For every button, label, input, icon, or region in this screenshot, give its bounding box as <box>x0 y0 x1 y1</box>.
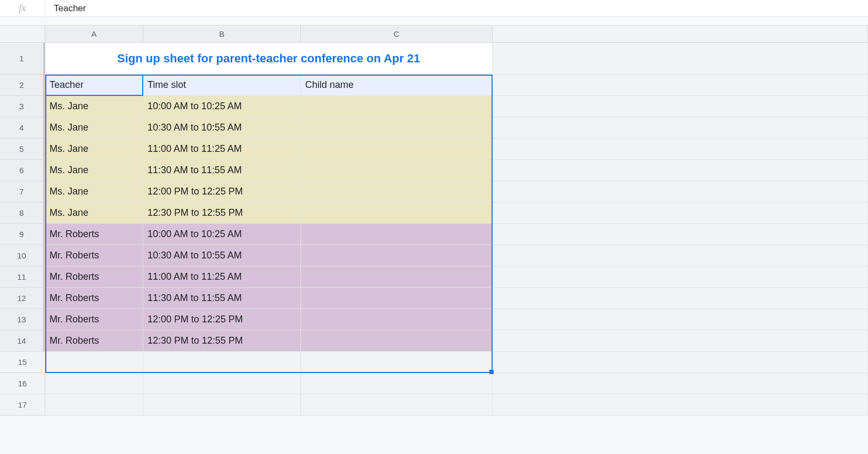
cell-b15[interactable] <box>143 352 301 373</box>
row-header-5[interactable]: 5 <box>0 139 45 160</box>
filler-13 <box>493 309 868 330</box>
filler-11 <box>493 266 868 288</box>
cell-child-10[interactable] <box>301 245 493 266</box>
cell-teacher-5[interactable]: Ms. Jane <box>45 139 143 160</box>
cell-teacher-4[interactable]: Ms. Jane <box>45 117 143 139</box>
row-header-4[interactable]: 4 <box>0 117 45 139</box>
row-header-12[interactable]: 12 <box>0 288 45 309</box>
row-header-14[interactable]: 14 <box>0 330 45 352</box>
cell-teacher-13[interactable]: Mr. Roberts <box>45 309 143 330</box>
cell-timeslot-11[interactable]: 11:00 AM to 11:25 AM <box>143 266 301 288</box>
filler-9 <box>493 224 868 245</box>
cell-child-3[interactable] <box>301 96 493 117</box>
cell-child-6[interactable] <box>301 160 493 181</box>
column-header-a[interactable]: A <box>45 26 143 43</box>
header-time-slot[interactable]: Time slot <box>143 75 301 96</box>
toolbar-spacer <box>0 17 868 26</box>
cell-child-5[interactable] <box>301 139 493 160</box>
cell-teacher-7[interactable]: Ms. Jane <box>45 181 143 202</box>
column-header-c[interactable]: C <box>301 26 493 43</box>
row-header-7[interactable]: 7 <box>0 181 45 202</box>
row-header-3[interactable]: 3 <box>0 96 45 117</box>
cell-timeslot-9[interactable]: 10:00 AM to 10:25 AM <box>143 224 301 245</box>
cell-teacher-8[interactable]: Ms. Jane <box>45 202 143 224</box>
cell-timeslot-7[interactable]: 12:00 PM to 12:25 PM <box>143 181 301 202</box>
filler-16 <box>493 373 868 394</box>
column-header-b[interactable]: B <box>143 26 301 43</box>
cell-child-9[interactable] <box>301 224 493 245</box>
row-headers: 1234567891011121314151617 <box>0 43 45 416</box>
filler-5 <box>493 139 868 160</box>
cell-c15[interactable] <box>301 352 493 373</box>
cell-child-11[interactable] <box>301 266 493 288</box>
cell-timeslot-10[interactable]: 10:30 AM to 10:55 AM <box>143 245 301 266</box>
cell-c16[interactable] <box>301 373 493 394</box>
filler-15 <box>493 352 868 373</box>
cell-timeslot-12[interactable]: 11:30 AM to 11:55 AM <box>143 288 301 309</box>
cell-timeslot-4[interactable]: 10:30 AM to 10:55 AM <box>143 117 301 139</box>
header-teacher[interactable]: Teacher <box>45 75 143 96</box>
filler-4 <box>493 117 868 139</box>
select-all-corner[interactable] <box>0 26 45 43</box>
cell-timeslot-14[interactable]: 12:30 PM to 12:55 PM <box>143 330 301 352</box>
row-header-15[interactable]: 15 <box>0 352 45 373</box>
cell-timeslot-5[interactable]: 11:00 AM to 11:25 AM <box>143 139 301 160</box>
cell-child-14[interactable] <box>301 330 493 352</box>
row-header-6[interactable]: 6 <box>0 160 45 181</box>
cell-timeslot-13[interactable]: 12:00 PM to 12:25 PM <box>143 309 301 330</box>
filler-2 <box>493 75 868 96</box>
filler-1 <box>493 43 868 75</box>
cell-teacher-3[interactable]: Ms. Jane <box>45 96 143 117</box>
cell-a17[interactable] <box>45 394 143 416</box>
row-header-17[interactable]: 17 <box>0 394 45 416</box>
cell-a16[interactable] <box>45 373 143 394</box>
filler-8 <box>493 202 868 224</box>
cell-teacher-10[interactable]: Mr. Roberts <box>45 245 143 266</box>
header-child-name[interactable]: Child name <box>301 75 493 96</box>
row-header-2[interactable]: 2 <box>0 75 45 96</box>
row-header-9[interactable]: 9 <box>0 224 45 245</box>
cell-timeslot-6[interactable]: 11:30 AM to 11:55 AM <box>143 160 301 181</box>
content-area: Sign up sheet for parent-teacher confere… <box>45 43 868 416</box>
cell-child-13[interactable] <box>301 309 493 330</box>
row-header-8[interactable]: 8 <box>0 202 45 224</box>
column-header-rest <box>493 26 868 43</box>
filler-7 <box>493 181 868 202</box>
filler-3 <box>493 96 868 117</box>
cell-child-4[interactable] <box>301 117 493 139</box>
fx-icon[interactable]: fx <box>0 0 45 17</box>
cell-child-12[interactable] <box>301 288 493 309</box>
cell-teacher-12[interactable]: Mr. Roberts <box>45 288 143 309</box>
cell-timeslot-8[interactable]: 12:30 PM to 12:55 PM <box>143 202 301 224</box>
row-header-16[interactable]: 16 <box>0 373 45 394</box>
filler-12 <box>493 288 868 309</box>
cell-timeslot-3[interactable]: 10:00 AM to 10:25 AM <box>143 96 301 117</box>
cell-teacher-11[interactable]: Mr. Roberts <box>45 266 143 288</box>
cell-teacher-6[interactable]: Ms. Jane <box>45 160 143 181</box>
cell-child-7[interactable] <box>301 181 493 202</box>
formula-input[interactable] <box>45 0 868 17</box>
cell-b16[interactable] <box>143 373 301 394</box>
cell-teacher-9[interactable]: Mr. Roberts <box>45 224 143 245</box>
cell-teacher-14[interactable]: Mr. Roberts <box>45 330 143 352</box>
formula-bar: fx <box>0 0 868 17</box>
row-header-13[interactable]: 13 <box>0 309 45 330</box>
filler-10 <box>493 245 868 266</box>
cell-child-8[interactable] <box>301 202 493 224</box>
filler-17 <box>493 394 868 416</box>
row-header-1[interactable]: 1 <box>0 43 45 75</box>
cell-a15[interactable] <box>45 352 143 373</box>
spreadsheet-grid: A B C 1234567891011121314151617 Sign up … <box>0 26 868 416</box>
cell-c17[interactable] <box>301 394 493 416</box>
row-header-10[interactable]: 10 <box>0 245 45 266</box>
title-cell[interactable]: Sign up sheet for parent-teacher confere… <box>45 43 493 75</box>
row-header-11[interactable]: 11 <box>0 266 45 288</box>
cell-b17[interactable] <box>143 394 301 416</box>
filler-14 <box>493 330 868 352</box>
filler-6 <box>493 160 868 181</box>
